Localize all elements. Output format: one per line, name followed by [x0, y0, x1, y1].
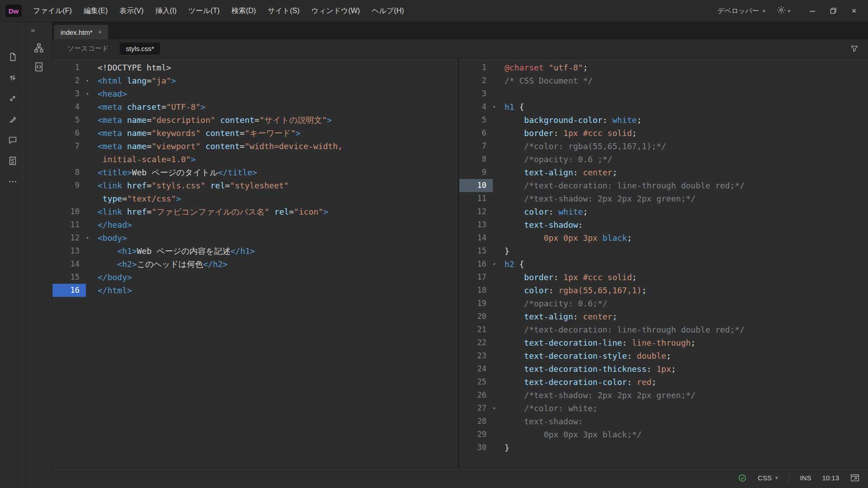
code-line[interactable]: 4▾h1 {: [459, 100, 868, 113]
code-line[interactable]: 30}: [459, 441, 868, 454]
code-line[interactable]: 22 text-decoration-line: line-through;: [459, 336, 868, 349]
line-number: 2: [459, 74, 493, 87]
code-line[interactable]: 6 border: 1px #ccc solid;: [459, 127, 868, 140]
lint-report-icon[interactable]: [7, 155, 19, 167]
fold-arrow-icon[interactable]: ▾: [493, 100, 505, 113]
fold-arrow-icon[interactable]: ▾: [86, 87, 98, 100]
code-line[interactable]: 17 border: 1px #ccc solid;: [459, 271, 868, 284]
transform-icon[interactable]: [7, 93, 19, 104]
code-line[interactable]: 15</body>: [52, 271, 458, 284]
code-line[interactable]: 10<link href="ファビコンファイルのパス名" rel="icon">: [52, 205, 458, 218]
code-line[interactable]: 19 /*opacity: 0.6;*/: [459, 297, 868, 310]
close-window-button[interactable]: ×: [844, 0, 864, 22]
comments-icon[interactable]: [7, 134, 19, 146]
code-line[interactable]: 13 <h1>Web ページの内容を記述</h1>: [52, 244, 458, 258]
code-line[interactable]: 3: [459, 87, 868, 100]
code-line[interactable]: 2/* CSS Document */: [459, 74, 868, 87]
menu-item[interactable]: ヘルプ(H): [366, 6, 410, 16]
code-line[interactable]: 28 text-shadow:: [459, 415, 868, 428]
code-line[interactable]: 24 text-decoration-thickness: 1px;: [459, 362, 868, 375]
minimize-button[interactable]: [802, 0, 823, 22]
related-file-source-code[interactable]: ソースコード: [61, 42, 114, 55]
code-text: <h1>Web ページの内容を記述</h1>: [98, 244, 458, 258]
code-line[interactable]: 9 text-align: center;: [459, 166, 868, 179]
code-line[interactable]: 20 text-align: center;: [459, 310, 868, 323]
code-line[interactable]: 14 <h2>このヘッドは何色</h2>: [52, 258, 458, 271]
code-line[interactable]: 11</head>: [52, 218, 458, 231]
menu-item[interactable]: ファイル(F): [27, 6, 78, 16]
code-line[interactable]: 29 0px 0px 3px black;*/: [459, 428, 868, 441]
collapse-chevrons-icon[interactable]: »: [25, 22, 35, 42]
workspace-switcher[interactable]: デベロッパー ▾: [717, 7, 765, 15]
code-line[interactable]: 27▾ /*color: white;: [459, 402, 868, 415]
code-line[interactable]: 3▾<head>: [52, 87, 458, 100]
menu-item[interactable]: 挿入(I): [150, 6, 183, 16]
line-number: 4: [52, 100, 86, 113]
more-options-icon[interactable]: [7, 176, 19, 188]
insert-mode-indicator[interactable]: INS: [800, 474, 811, 482]
fold-arrow-icon[interactable]: ▾: [493, 402, 505, 415]
menu-item[interactable]: サイト(S): [262, 6, 305, 16]
code-line[interactable]: 7 /*color: rgba(55,65,167,1);*/: [459, 140, 868, 153]
close-tab-icon[interactable]: ×: [98, 28, 102, 36]
line-number: 8: [459, 153, 493, 166]
code-line[interactable]: 12 color: white;: [459, 205, 868, 218]
code-line[interactable]: 8 /*opacity: 0.6 ;*/: [459, 153, 868, 166]
code-line[interactable]: 15}: [459, 244, 868, 258]
fold-arrow-icon[interactable]: ▾: [86, 74, 98, 87]
maximize-button[interactable]: [823, 0, 844, 22]
code-line[interactable]: 5 background-color: white;: [459, 113, 868, 127]
code-line[interactable]: 9<link href="styls.css" rel="stylesheet": [52, 179, 458, 192]
code-line[interactable]: 18 color: rgba(55,65,167,1);: [459, 284, 868, 297]
code-line[interactable]: 23 text-decoration-style: double;: [459, 349, 868, 362]
code-line[interactable]: 2▾<html lang="ja">: [52, 74, 458, 87]
code-line[interactable]: type="text/css">: [52, 192, 458, 205]
line-number: 18: [459, 284, 493, 297]
code-text: </head>: [98, 218, 458, 231]
menu-item[interactable]: 表示(V): [113, 6, 149, 16]
code-line[interactable]: 16</html>: [52, 284, 458, 297]
tab-index-htm[interactable]: index.htm* ×: [54, 25, 108, 39]
code-line[interactable]: 7<meta name="viewport" content="width=de…: [52, 140, 458, 153]
code-line[interactable]: 1@charset "utf-8";: [459, 61, 868, 74]
menu-item[interactable]: 編集(E): [78, 6, 113, 16]
html-code-panel[interactable]: 1<!DOCTYPE html>2▾<html lang="ja">3▾<hea…: [52, 58, 459, 467]
fold-gutter-spacer: [493, 61, 505, 74]
language-mode-dropdown[interactable]: CSS ▾: [758, 474, 778, 482]
filter-funnel-icon[interactable]: [850, 44, 859, 53]
menu-item[interactable]: ツール(T): [183, 6, 226, 16]
code-line[interactable]: 13 text-shadow:: [459, 218, 868, 231]
fold-arrow-icon[interactable]: ▾: [86, 231, 98, 244]
css-code-panel[interactable]: 1@charset "utf-8";2/* CSS Document */34▾…: [459, 58, 868, 467]
code-line[interactable]: initial-scale=1.0">: [52, 153, 458, 166]
line-number: 26: [459, 389, 493, 402]
code-line[interactable]: 6<meta name="keywords" content="キーワード">: [52, 127, 458, 140]
line-number: 12: [459, 205, 493, 218]
code-line[interactable]: 12▾<body>: [52, 231, 458, 244]
related-file-styls-css[interactable]: styls.css*: [120, 42, 160, 55]
code-line[interactable]: 8<title>Web ページのタイトル</title>: [52, 166, 458, 179]
code-line[interactable]: 5<meta name="description" content="サイトの説…: [52, 113, 458, 127]
menu-item[interactable]: 検索(D): [226, 6, 262, 16]
code-line[interactable]: 14 0px 0px 3px black;: [459, 231, 868, 244]
live-preview-icon[interactable]: [850, 473, 860, 483]
code-text: /*text-shadow: 2px 2px 2px green;*/: [505, 192, 868, 205]
code-line[interactable]: 4<meta charset="UTF-8">: [52, 100, 458, 113]
menu-item[interactable]: ウィンドウ(W): [306, 6, 366, 16]
code-text: /*color: rgba(55,65,167,1);*/: [505, 140, 868, 153]
snippets-icon[interactable]: [33, 61, 45, 73]
code-line[interactable]: 26 /*text-shadow: 2px 2px 2px green;*/: [459, 389, 868, 402]
code-line[interactable]: 21 /*text-decoration: line-through doubl…: [459, 323, 868, 336]
code-line[interactable]: 10 /*text-decoration: line-through doubl…: [459, 179, 868, 192]
file-transfer-icon[interactable]: [7, 72, 19, 84]
settings-gear-button[interactable]: ▾: [777, 5, 790, 16]
code-line[interactable]: 16▾h2 {: [459, 258, 868, 271]
code-line[interactable]: 1<!DOCTYPE html>: [52, 61, 458, 74]
code-line[interactable]: 11 /*text-shadow: 2px 2px 2px green;*/: [459, 192, 868, 205]
dom-tree-icon[interactable]: [33, 42, 45, 54]
fold-arrow-icon[interactable]: ▾: [493, 258, 505, 271]
new-file-icon[interactable]: [7, 51, 19, 63]
code-line[interactable]: 25 text-decoration-color: red;: [459, 375, 868, 389]
style-brush-icon[interactable]: [7, 113, 19, 125]
related-files-bar: ソースコード styls.css*: [52, 39, 868, 58]
